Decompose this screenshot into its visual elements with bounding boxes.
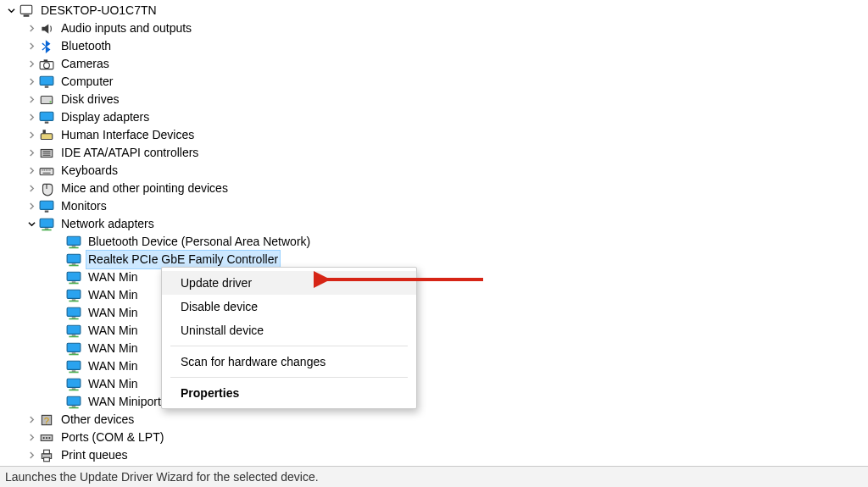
context-menu-item[interactable]: Properties (162, 381, 416, 405)
category-node[interactable]: Print queues (0, 446, 868, 464)
network-icon (66, 341, 81, 357)
network-icon (66, 270, 81, 285)
svg-rect-49 (72, 406, 76, 407)
chevron-right-icon[interactable] (25, 94, 37, 106)
context-menu-separator (170, 346, 408, 346)
category-node[interactable]: IDE ATA/ATAPI controllers (0, 144, 868, 162)
network-device-node[interactable]: WAN Min (0, 268, 868, 286)
context-menu-item[interactable]: Disable device (162, 295, 416, 318)
category-node[interactable]: Monitors (0, 197, 868, 215)
svg-rect-27 (67, 272, 81, 280)
svg-rect-46 (72, 388, 76, 389)
chevron-right-icon[interactable] (25, 130, 37, 141)
category-node[interactable]: Display adapters (0, 108, 868, 126)
svg-rect-30 (67, 290, 81, 298)
root-node[interactable]: DESKTOP-UO1C7TN (0, 2, 868, 19)
category-node[interactable]: Ports (COM & LPT) (0, 429, 868, 446)
chevron-right-icon[interactable] (25, 165, 37, 177)
network-device-label: WAN Min (86, 340, 140, 357)
network-device-label: WAN Min (86, 286, 140, 304)
svg-rect-1 (24, 14, 30, 16)
chevron-right-icon[interactable] (25, 58, 37, 70)
chevron-right-icon[interactable] (25, 76, 37, 88)
svg-rect-40 (72, 352, 76, 353)
svg-rect-24 (67, 254, 81, 263)
svg-point-3 (44, 62, 50, 68)
category-label: Monitors (59, 197, 108, 215)
svg-rect-35 (69, 318, 78, 319)
svg-rect-20 (42, 229, 51, 230)
mouse-icon (39, 181, 54, 196)
chevron-right-icon[interactable] (25, 414, 37, 426)
category-node[interactable]: ?Other devices (0, 411, 868, 429)
category-node[interactable]: Keyboards (0, 162, 868, 180)
svg-rect-33 (67, 307, 81, 316)
svg-rect-22 (72, 246, 76, 246)
context-menu-item[interactable]: Scan for hardware changes (162, 350, 416, 374)
chevron-right-icon[interactable] (25, 183, 37, 195)
context-menu-item[interactable]: Uninstall device (162, 318, 416, 342)
context-menu[interactable]: Update driverDisable deviceUninstall dev… (161, 267, 417, 409)
category-node[interactable]: Disk drives (0, 91, 868, 108)
keyboard-icon (39, 163, 54, 179)
network-device-node[interactable]: WAN Miniport (SSTP) (0, 393, 868, 411)
chevron-right-icon[interactable] (25, 112, 37, 124)
svg-rect-42 (67, 361, 81, 369)
monitor-icon (39, 110, 54, 125)
monitor-icon (39, 199, 54, 214)
device-tree[interactable]: DESKTOP-UO1C7TNAudio inputs and outputsB… (0, 0, 868, 464)
svg-rect-17 (45, 210, 49, 212)
category-label: IDE ATA/ATAPI controllers (59, 144, 200, 162)
svg-point-8 (49, 101, 51, 102)
svg-rect-26 (69, 264, 78, 266)
chevron-right-icon[interactable] (25, 432, 37, 444)
network-device-node[interactable]: Bluetooth Device (Personal Area Network) (0, 233, 868, 251)
chevron-right-icon (53, 343, 64, 355)
computer-icon (19, 3, 34, 19)
network-device-node[interactable]: WAN Min (0, 375, 868, 393)
svg-rect-11 (41, 133, 53, 139)
svg-rect-39 (67, 343, 81, 351)
other-icon: ? (39, 412, 54, 428)
svg-rect-59 (44, 457, 50, 462)
chevron-right-icon[interactable] (25, 41, 37, 53)
svg-rect-31 (72, 299, 76, 300)
category-node[interactable]: Cameras (0, 55, 868, 73)
chevron-right-icon[interactable] (25, 23, 37, 35)
network-icon (66, 306, 81, 321)
category-node[interactable]: Bluetooth (0, 37, 868, 55)
ide-icon (39, 146, 54, 161)
category-node[interactable]: Mice and other pointing devices (0, 180, 868, 197)
chevron-down-icon[interactable] (5, 5, 17, 17)
category-label: Mice and other pointing devices (59, 180, 230, 197)
category-network[interactable]: Network adapters (0, 215, 868, 233)
printer-icon (39, 448, 54, 463)
network-device-node[interactable]: WAN Min (0, 357, 868, 375)
network-device-node[interactable]: Realtek PCIe GbE Family Controller (0, 251, 868, 268)
chevron-down-icon[interactable] (25, 219, 37, 230)
network-device-node[interactable]: WAN Min (0, 286, 868, 304)
category-node[interactable]: Audio inputs and outputs (0, 19, 868, 37)
category-node[interactable]: Computer (0, 73, 868, 91)
network-device-node[interactable]: WAN Min (0, 322, 868, 340)
device-manager-window: DESKTOP-UO1C7TNAudio inputs and outputsB… (0, 0, 868, 487)
svg-rect-12 (43, 130, 46, 134)
svg-rect-23 (69, 246, 78, 248)
network-device-node[interactable]: WAN Min (0, 340, 868, 357)
network-icon (66, 235, 81, 250)
network-device-node[interactable]: WAN Min (0, 304, 868, 322)
category-node[interactable]: Human Interface Devices (0, 126, 868, 144)
chevron-right-icon (53, 361, 64, 373)
bluetooth-icon (39, 39, 54, 54)
chevron-right-icon[interactable] (25, 450, 37, 462)
status-bar: Launches the Update Driver Wizard for th… (0, 466, 868, 487)
category-label: Keyboards (59, 162, 120, 180)
context-menu-item[interactable]: Update driver (162, 271, 416, 295)
category-label: Bluetooth (59, 37, 113, 55)
chevron-right-icon[interactable] (25, 201, 37, 213)
svg-rect-5 (40, 76, 53, 85)
chevron-right-icon[interactable] (25, 147, 37, 159)
port-icon (39, 430, 54, 445)
network-device-label: WAN Min (86, 304, 140, 322)
category-label: Disk drives (59, 91, 120, 108)
